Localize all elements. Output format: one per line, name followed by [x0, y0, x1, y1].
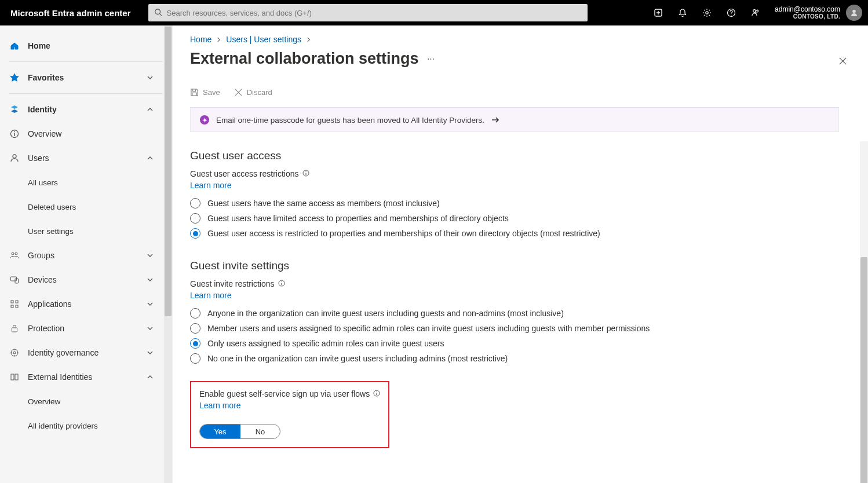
sidebar-label: Applications	[28, 299, 72, 309]
svg-rect-24	[15, 374, 18, 380]
chevron-right-icon	[306, 35, 311, 44]
help-icon[interactable]	[719, 0, 743, 25]
radio-icon	[190, 323, 200, 334]
sidebar-label: Overview	[28, 129, 61, 138]
section-guest-invite: Guest invite settings Guest invite restr…	[190, 259, 839, 448]
toolbar: Save Discard	[190, 84, 868, 100]
svg-rect-23	[11, 374, 14, 380]
radio-label: No one in the organization can invite gu…	[207, 354, 508, 363]
notification-icon[interactable]	[670, 0, 695, 25]
sidebar-item-protection[interactable]: Protection	[0, 316, 172, 341]
sidebar-item-favorites[interactable]: Favorites	[0, 65, 172, 90]
chevron-right-icon	[216, 35, 221, 44]
account-menu[interactable]: admin@contoso.com CONTOSO, LTD.	[768, 0, 868, 25]
sidebar-item-identity-governance[interactable]: Identity governance	[0, 341, 172, 365]
info-icon[interactable]	[278, 279, 285, 288]
account-org: CONTOSO, LTD.	[775, 13, 840, 20]
search-input[interactable]	[167, 9, 582, 17]
sidebar-label: Identity	[28, 105, 57, 114]
sidebar-item-devices[interactable]: Devices	[0, 268, 172, 292]
close-button[interactable]	[838, 57, 847, 67]
devices-icon	[9, 275, 20, 285]
global-header: Microsoft Entra admin center admin@conto…	[0, 0, 868, 25]
save-label: Save	[203, 88, 220, 97]
radio-guest-invite-1[interactable]: Anyone in the organization can invite gu…	[190, 308, 839, 319]
svg-rect-19	[16, 305, 18, 308]
radio-guest-access-1[interactable]: Guest users have the same access as memb…	[190, 198, 839, 208]
left-nav: Home Favorites Identity Overview	[0, 25, 173, 483]
sidebar-item-user-settings[interactable]: User settings	[0, 219, 172, 243]
chevron-down-icon	[147, 74, 155, 82]
sidebar-item-all-identity-providers[interactable]: All identity providers	[0, 414, 172, 438]
svg-point-11	[13, 155, 16, 158]
settings-icon[interactable]	[695, 0, 719, 25]
sidebar-item-identity[interactable]: Identity	[0, 97, 172, 122]
lock-icon	[9, 323, 20, 334]
sidebar-item-deleted-users[interactable]: Deleted users	[0, 195, 172, 219]
learn-more-link[interactable]: Learn more	[199, 401, 241, 410]
avatar	[846, 5, 862, 21]
feedback-icon[interactable]	[743, 0, 768, 25]
radio-guest-invite-4[interactable]: No one in the organization can invite gu…	[190, 353, 839, 364]
sidebar-item-external-identities[interactable]: External Identities	[0, 365, 172, 389]
discard-button[interactable]: Discard	[234, 88, 272, 97]
sidebar-label: Devices	[28, 275, 57, 284]
sidebar-label: Users	[28, 153, 49, 163]
more-icon[interactable]: ⋯	[427, 54, 435, 63]
sidebar-scrollbar[interactable]	[164, 25, 172, 483]
page-title: External collaboration settings	[190, 50, 419, 68]
sidebar-label: User settings	[28, 227, 74, 236]
chevron-down-icon	[147, 349, 155, 357]
groups-icon	[9, 250, 20, 261]
svg-rect-18	[11, 305, 13, 308]
main-scrollbar[interactable]	[860, 141, 868, 483]
svg-point-0	[155, 9, 160, 14]
radio-guest-invite-2[interactable]: Member users and users assigned to speci…	[190, 323, 839, 334]
info-banner[interactable]: Email one-time passcode for guests has b…	[190, 108, 839, 132]
global-search[interactable]	[148, 4, 588, 21]
sidebar-item-all-users[interactable]: All users	[0, 170, 172, 195]
sidebar-item-applications[interactable]: Applications	[0, 292, 172, 316]
section-guest-access: Guest user access Guest user access rest…	[190, 149, 839, 239]
svg-point-33	[377, 391, 377, 392]
radio-guest-access-3[interactable]: Guest user access is restricted to prope…	[190, 228, 839, 239]
save-button[interactable]: Save	[190, 88, 220, 97]
radio-label: Guest users have the same access as memb…	[207, 199, 440, 208]
self-service-toggle[interactable]: Yes No	[199, 424, 280, 439]
sidebar-item-overview[interactable]: Overview	[0, 122, 172, 146]
radio-guest-access-2[interactable]: Guest users have limited access to prope…	[190, 213, 839, 224]
radio-guest-invite-3[interactable]: Only users assigned to specific admin ro…	[190, 338, 839, 349]
breadcrumb-home[interactable]: Home	[190, 35, 211, 44]
svg-point-22	[13, 352, 16, 354]
section-sublabel: Guest user access restrictions	[190, 169, 299, 178]
info-icon[interactable]	[373, 389, 380, 398]
info-icon[interactable]	[302, 169, 309, 178]
copilot-icon[interactable]	[646, 0, 670, 25]
sidebar-label: External Identities	[28, 372, 92, 382]
sidebar-item-ext-overview[interactable]: Overview	[0, 389, 172, 414]
banner-text: Email one-time passcode for guests has b…	[216, 116, 484, 125]
learn-more-link[interactable]: Learn more	[190, 181, 232, 190]
apps-icon	[9, 299, 20, 309]
compass-icon	[200, 115, 209, 125]
sidebar-item-groups[interactable]: Groups	[0, 243, 172, 268]
arrow-right-icon	[491, 116, 499, 125]
radio-icon	[190, 338, 200, 349]
learn-more-link[interactable]: Learn more	[190, 291, 232, 300]
svg-point-3	[706, 12, 708, 14]
svg-point-30	[281, 281, 282, 282]
user-icon	[9, 153, 20, 163]
breadcrumb-users[interactable]: Users | User settings	[226, 35, 301, 44]
chevron-down-icon	[147, 300, 155, 308]
star-icon	[9, 72, 20, 83]
section-sublabel: Guest invite restrictions	[190, 279, 275, 288]
self-service-label: Enable guest self-service sign up via us…	[199, 389, 370, 398]
sidebar-item-users[interactable]: Users	[0, 146, 172, 170]
governance-icon	[9, 347, 20, 358]
svg-point-5	[731, 14, 731, 15]
svg-rect-20	[12, 328, 17, 332]
sidebar-item-home[interactable]: Home	[0, 34, 172, 58]
chevron-up-icon	[147, 154, 155, 162]
sidebar-label: Home	[28, 41, 50, 50]
identity-icon	[9, 104, 20, 115]
